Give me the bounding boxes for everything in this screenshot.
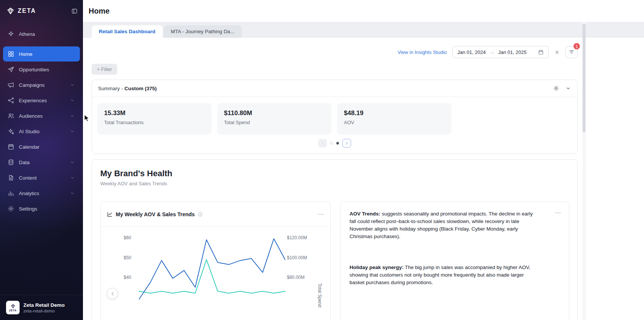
date-range-picker[interactable]: Jan 01, 2024 → Jan 01, 2025: [452, 46, 549, 58]
zeta-logo: ZETA: [7, 7, 36, 15]
svg-text:$80.00M: $80.00M: [287, 275, 305, 280]
sidebar-item-opportunities[interactable]: Opportunities: [3, 62, 80, 77]
calendar-icon[interactable]: [538, 49, 544, 55]
svg-text:Total Spend: Total Spend: [317, 283, 322, 307]
badge-text: ZETA: [9, 309, 17, 312]
filter-count-badge: 1: [573, 43, 580, 49]
sidebar-item-campaigns[interactable]: Campaigns: [3, 77, 80, 92]
sidebar-item-audiences[interactable]: Audiences: [3, 108, 80, 123]
sidebar-item-content[interactable]: Content: [3, 170, 80, 185]
sidebar-item-label: Data: [19, 160, 30, 165]
sidebar-item-label: Athena: [19, 31, 35, 37]
gem-icon: [11, 304, 15, 309]
stat-card-total-spend: $110.80MTotal Spend: [217, 103, 331, 135]
summary-title-prefix: Summary -: [98, 86, 123, 91]
brand-health-subtitle: Weekly AOV and Sales Trends: [100, 181, 569, 186]
summary-title-bold: Custom (375): [124, 86, 157, 91]
tab-strip: Retail Sales DashboardMTA - Journey Path…: [83, 22, 644, 38]
stats-row: 15.33MTotal Transactions$110.80MTotal Sp…: [92, 97, 577, 135]
insight-paragraph: Holiday peak synergy: The big jump in sa…: [350, 264, 540, 286]
sidebar-item-data[interactable]: Data: [3, 155, 80, 170]
logo-text: ZETA: [18, 8, 36, 14]
workspace-name: Zeta Retail Demo: [23, 302, 65, 308]
svg-text:$100.00M: $100.00M: [287, 255, 307, 260]
stat-value: 15.33M: [104, 109, 205, 117]
sidebar-item-label: Analytics: [19, 191, 39, 196]
workspace-id: zeta-retail-demo: [23, 309, 65, 313]
sidebar-item-label: Opportunities: [19, 67, 49, 72]
stat-card-total-transactions: 15.33MTotal Transactions: [97, 103, 212, 135]
workspace-switcher[interactable]: ZETA Zeta Retail Demo zeta-retail-demo: [0, 295, 83, 320]
page-title: Home: [89, 7, 110, 15]
date-start[interactable]: Jan 01, 2024: [457, 49, 486, 55]
pager-dots: [330, 142, 339, 145]
date-arrow: →: [489, 49, 494, 55]
sidebar-item-analytics[interactable]: Analytics: [3, 186, 80, 201]
sidebar-item-settings[interactable]: Settings: [3, 201, 80, 216]
view-in-insights-studio-link[interactable]: View in Insights Studio: [397, 49, 447, 55]
svg-text:$40: $40: [124, 275, 131, 280]
date-end[interactable]: Jan 01, 2025: [498, 49, 526, 55]
clear-dates-close-icon[interactable]: [554, 49, 560, 55]
stat-value: $110.80M: [224, 109, 325, 117]
summary-card: Summary - Custom (375) 15.33MTotal Trans…: [92, 80, 578, 154]
carousel-dot-1[interactable]: [336, 142, 339, 145]
toolbar: View in Insights Studio Jan 01, 2024 → J…: [397, 46, 578, 58]
carousel-prev-button[interactable]: [107, 288, 118, 299]
tab-retail-sales-dashboard[interactable]: Retail Sales Dashboard: [92, 25, 163, 38]
sidebar-item-calendar[interactable]: Calendar: [3, 139, 80, 154]
summary-collapse-chevron-icon[interactable]: [565, 85, 571, 91]
sidebar-item-ai-studio[interactable]: AI Studio: [3, 124, 80, 139]
add-filter-button[interactable]: + Filter: [92, 64, 117, 75]
sparkle-icon: [7, 31, 14, 38]
chevron-down-icon: [69, 174, 76, 182]
sidebar-item-experiences[interactable]: Experiences: [3, 93, 80, 108]
insights-menu-ellipsis-icon[interactable]: [555, 209, 561, 216]
filter-button[interactable]: 1: [566, 46, 578, 58]
info-icon[interactable]: [198, 212, 203, 217]
sidebar-collapse-icon[interactable]: [71, 8, 78, 14]
carousel-dot-0[interactable]: [330, 142, 333, 145]
chart-line-icon: [107, 211, 113, 217]
filter-lines-icon: [569, 49, 575, 55]
stat-label: AOV: [344, 120, 445, 125]
stat-value: $48.19: [344, 109, 445, 117]
stat-label: Total Transactions: [104, 120, 205, 125]
ai-sparkle-icon: [7, 128, 14, 135]
sidebar-item-label: Content: [19, 175, 37, 181]
sidebar-nav: HomeOpportunitiesCampaignsExperiencesAud…: [0, 46, 83, 217]
bars-icon: [7, 190, 14, 197]
calendar-icon: [7, 143, 14, 151]
sidebar: ZETA Athena HomeOpportunitiesCampaignsEx…: [0, 0, 83, 320]
megaphone-icon: [7, 82, 14, 89]
insights-card: AOV Trends: suggests seasonality and pro…: [340, 202, 569, 320]
svg-text:$60: $60: [124, 235, 131, 240]
scrollbar-thumb[interactable]: [583, 24, 586, 132]
page-header: Home: [83, 0, 644, 22]
sidebar-item-label: Settings: [19, 206, 37, 212]
svg-text:$120.00M: $120.00M: [287, 235, 307, 240]
sidebar-item-label: Campaigns: [19, 82, 44, 88]
tab-mta-journey-pathing-da[interactable]: MTA - Journey Pathing Da...: [164, 25, 242, 38]
document-icon: [7, 174, 14, 182]
chart-card-title: My Weekly AOV & Sales Trends: [116, 211, 195, 217]
svg-text:$50: $50: [124, 255, 131, 260]
stats-pagination: [92, 139, 577, 148]
chart-menu-ellipsis-icon[interactable]: [317, 211, 324, 218]
content-area: View in Insights Studio Jan 01, 2024 → J…: [83, 38, 644, 320]
chevron-down-icon: [69, 159, 76, 166]
flow-icon: [7, 97, 14, 104]
users-icon: [7, 112, 14, 120]
sidebar-item-home[interactable]: Home: [3, 46, 80, 62]
stats-next-button[interactable]: [342, 139, 351, 148]
chevron-down-icon: [69, 190, 76, 197]
insight-paragraph: AOV Trends: suggests seasonality and pro…: [350, 210, 540, 240]
sidebar-item-label: AI Studio: [19, 129, 40, 134]
chevron-down-icon: [69, 97, 76, 104]
sidebar-item-athena[interactable]: Athena: [3, 26, 80, 42]
send-icon: [7, 66, 14, 73]
zeta-badge-icon: ZETA: [6, 301, 20, 314]
stats-prev-button[interactable]: [318, 139, 327, 148]
summary-settings-gear-icon[interactable]: [553, 85, 559, 91]
chart-card-header: My Weekly AOV & Sales Trends: [101, 202, 330, 227]
